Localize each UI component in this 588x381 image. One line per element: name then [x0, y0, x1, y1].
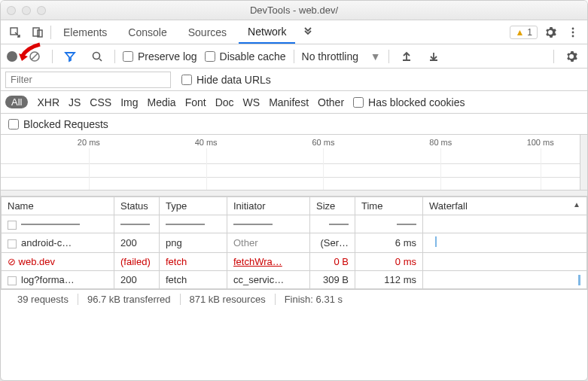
disable-cache-checkbox[interactable]: Disable cache: [205, 50, 286, 62]
cell-initiator[interactable]: Other: [227, 233, 310, 253]
type-media[interactable]: Media: [148, 96, 176, 108]
window-title: DevTools - web.dev/: [1, 5, 587, 16]
cell-time: 0 ms: [355, 253, 423, 271]
type-js[interactable]: JS: [69, 96, 81, 108]
cell-name: android-c…: [2, 233, 114, 253]
cell-status: (failed): [114, 253, 160, 271]
table-row[interactable]: ⊘ web.dev(failed)fetchfetchWra…0 B0 ms: [2, 253, 587, 271]
warnings-badge[interactable]: ▲1: [510, 26, 538, 39]
status-bar: 39 requests 96.7 kB transferred 871 kB r…: [1, 289, 587, 309]
type-font[interactable]: Font: [185, 96, 206, 108]
warning-icon: ▲: [515, 27, 524, 38]
search-icon[interactable]: [87, 47, 107, 66]
type-all[interactable]: All: [5, 96, 28, 108]
cell-initiator[interactable]: fetchWra…: [227, 253, 310, 271]
col-type[interactable]: Type: [160, 197, 227, 215]
tab-console[interactable]: Console: [119, 22, 175, 43]
col-waterfall[interactable]: Waterfall▲: [423, 197, 587, 215]
kebab-icon[interactable]: [563, 23, 583, 42]
overview-tick: 20 ms: [78, 138, 100, 147]
request-table: Name Status Type Initiator Size Time Wat…: [1, 197, 587, 289]
type-manifest[interactable]: Manifest: [269, 96, 309, 108]
cell-size: (Ser…: [310, 233, 355, 253]
status-resources: 871 kB resources: [181, 294, 276, 305]
download-har-icon[interactable]: [424, 47, 443, 66]
col-name[interactable]: Name: [2, 197, 114, 215]
col-status[interactable]: Status: [114, 197, 160, 215]
network-settings-gear-icon[interactable]: [562, 47, 581, 66]
row-checkbox[interactable]: [8, 239, 17, 248]
devtools-tabs: Elements Console Sources Network ▲1: [1, 20, 587, 44]
cell-size: 309 B: [310, 271, 355, 289]
titlebar: DevTools - web.dev/: [1, 1, 587, 20]
overview-tick: 60 ms: [312, 138, 334, 147]
disable-cache-label: Disable cache: [220, 50, 286, 62]
more-tabs-icon[interactable]: [298, 23, 318, 42]
overview-scrollbar[interactable]: [580, 135, 587, 190]
red-arrow-annotation: [17, 41, 43, 64]
table-header-row: Name Status Type Initiator Size Time Wat…: [2, 197, 587, 215]
svg-point-4: [572, 31, 574, 33]
row-checkbox[interactable]: [8, 276, 17, 285]
error-icon: ⊘: [8, 256, 16, 267]
filter-bar: Hide data URLs: [1, 69, 587, 91]
has-blocked-cookies-checkbox[interactable]: Has blocked cookies: [353, 96, 465, 108]
cell-status: 200: [114, 233, 160, 253]
cell-waterfall: [423, 233, 587, 253]
filter-input[interactable]: [5, 72, 171, 88]
col-time[interactable]: Time: [355, 197, 423, 215]
network-toolbar: Preserve log Disable cache No throttling…: [1, 44, 587, 69]
svg-rect-1: [33, 28, 39, 36]
pane-splitter[interactable]: [1, 190, 587, 197]
cell-type: png: [160, 233, 227, 253]
blocked-requests-bar: Blocked Requests: [1, 114, 587, 135]
cell-size: 0 B: [310, 253, 355, 271]
gear-icon[interactable]: [541, 23, 560, 42]
tab-elements[interactable]: Elements: [54, 22, 116, 43]
cell-time: 6 ms: [355, 233, 423, 253]
col-initiator[interactable]: Initiator: [227, 197, 310, 215]
device-toggle-icon[interactable]: [28, 23, 47, 42]
filter-icon[interactable]: [60, 47, 80, 66]
warnings-count: 1: [527, 27, 532, 38]
status-requests: 39 requests: [8, 294, 78, 305]
throttling-label: No throttling: [302, 50, 358, 62]
type-img[interactable]: Img: [120, 96, 138, 108]
blocked-requests-label: Blocked Requests: [23, 118, 108, 130]
blocked-requests-checkbox[interactable]: Blocked Requests: [8, 118, 108, 130]
col-size[interactable]: Size: [310, 197, 355, 215]
overview-tick: 80 ms: [429, 138, 452, 147]
svg-point-3: [572, 27, 574, 29]
table-row[interactable]: android-c…200pngOther(Ser…6 ms: [2, 233, 587, 253]
type-other[interactable]: Other: [318, 96, 344, 108]
tab-network[interactable]: Network: [239, 21, 295, 44]
type-css[interactable]: CSS: [90, 96, 111, 108]
status-finish: Finish: 6.31 s: [276, 294, 352, 305]
upload-har-icon[interactable]: [397, 47, 416, 66]
cell-waterfall: [423, 253, 587, 271]
type-ws[interactable]: WS: [243, 96, 260, 108]
svg-point-7: [93, 52, 100, 59]
has-blocked-label: Has blocked cookies: [368, 96, 465, 108]
type-xhr[interactable]: XHR: [37, 96, 59, 108]
status-transferred: 96.7 kB transferred: [78, 294, 181, 305]
record-button[interactable]: [7, 51, 17, 62]
table-row[interactable]: —————————————————————: [2, 215, 587, 233]
sort-asc-icon: ▲: [573, 200, 580, 209]
overview-tick: 100 ms: [527, 138, 554, 147]
cell-name: log?forma…: [2, 271, 114, 289]
hide-data-urls-checkbox[interactable]: Hide data URLs: [181, 74, 271, 86]
overview-timeline[interactable]: 20 ms40 ms60 ms80 ms100 ms: [1, 135, 587, 190]
preserve-log-checkbox[interactable]: Preserve log: [123, 50, 197, 62]
overview-tick: 40 ms: [195, 138, 218, 147]
table-row[interactable]: log?forma…200fetchcc_servic…309 B112 ms: [2, 271, 587, 289]
tab-sources[interactable]: Sources: [179, 22, 236, 43]
svg-point-5: [572, 35, 574, 37]
cell-time: 112 ms: [355, 271, 423, 289]
cell-initiator[interactable]: cc_servic…: [227, 271, 310, 289]
inspect-icon[interactable]: [5, 23, 25, 42]
cell-type: fetch: [160, 271, 227, 289]
cell-name: ⊘ web.dev: [2, 253, 114, 271]
throttling-select[interactable]: No throttling ▼: [302, 50, 381, 62]
type-doc[interactable]: Doc: [215, 96, 234, 108]
